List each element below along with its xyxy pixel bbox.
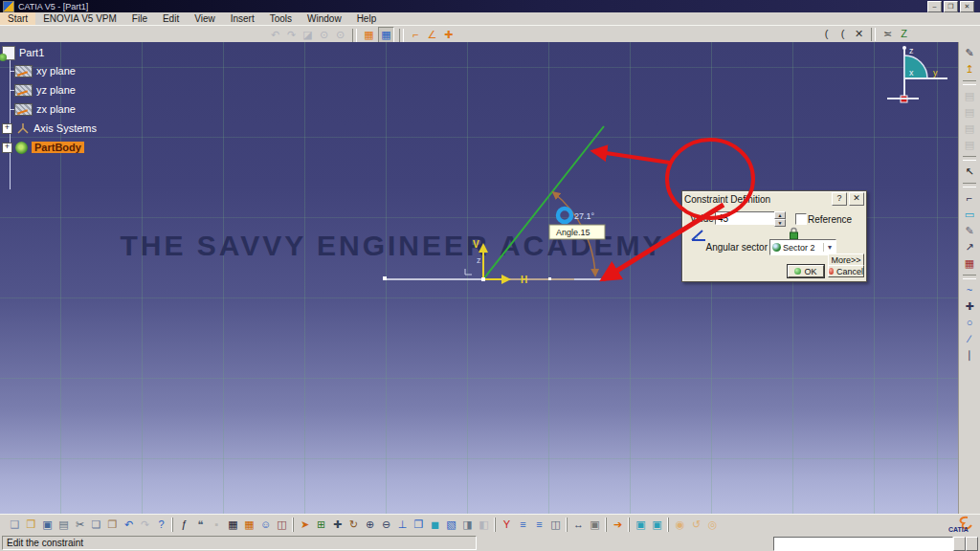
status-button-1[interactable] xyxy=(953,537,966,551)
line-endpoint[interactable] xyxy=(383,276,387,280)
cut-icon[interactable]: ✂ xyxy=(73,518,87,532)
geometric-constraint-icon[interactable]: ∠ xyxy=(425,28,439,42)
status-button-2[interactable] xyxy=(966,537,978,551)
arc-tool-2-icon[interactable]: ( xyxy=(835,27,850,41)
shaded-view-icon[interactable]: ◼ xyxy=(428,518,442,532)
spline-tool-icon[interactable]: ~ xyxy=(963,283,977,298)
transfer-arrow-icon[interactable]: ➔ xyxy=(611,518,625,532)
undo-small-icon[interactable]: ↶ xyxy=(268,28,282,42)
tree-node-axis-systems[interactable]: Axis Systems xyxy=(33,122,97,134)
zoom-in-icon[interactable]: ⊕ xyxy=(363,518,377,532)
paste-special-1-icon[interactable]: ▤ xyxy=(963,89,977,103)
macro-library-icon[interactable]: ◎ xyxy=(705,518,720,532)
spinner-up-button[interactable]: ▲ xyxy=(774,211,786,219)
paste-special-2-icon[interactable]: ▤ xyxy=(963,105,977,120)
tree-node-yz-plane[interactable]: yz plane xyxy=(36,84,76,96)
menu-item[interactable]: Insert xyxy=(223,12,262,25)
angular-sector-dropdown[interactable]: Sector 2 ▾ xyxy=(769,239,836,255)
profile-icon[interactable]: ⌐ xyxy=(963,191,977,206)
menu-item[interactable]: Window xyxy=(300,12,349,25)
relimit-tool-icon[interactable]: ↗ xyxy=(963,240,977,254)
axis-tool-icon[interactable]: ∣ xyxy=(963,348,977,363)
menu-item[interactable]: File xyxy=(124,12,155,25)
power-input-field[interactable] xyxy=(773,537,953,551)
delete-tool-icon[interactable]: ✕ xyxy=(852,27,866,41)
dimensional-constraint-icon[interactable]: ✚ xyxy=(441,28,456,42)
print-icon[interactable]: ▤ xyxy=(56,518,71,532)
exchange-cube-icon[interactable]: ▣ xyxy=(634,518,648,532)
tree-node-zx-plane[interactable]: zx plane xyxy=(36,103,76,115)
multi-view-icon[interactable]: ❒ xyxy=(412,518,426,532)
paste-special-4-icon[interactable]: ▤ xyxy=(963,138,977,152)
record-macro-icon[interactable]: ◉ xyxy=(673,518,687,532)
select-icon[interactable]: ↖ xyxy=(963,165,977,179)
dialog-title-bar[interactable]: Constraint Definition ? ✕ xyxy=(684,192,864,206)
new-document-icon[interactable]: ❑ xyxy=(8,518,22,532)
rectangle-tool-icon[interactable]: ▭ xyxy=(963,208,977,222)
play-macro-icon[interactable]: ↺ xyxy=(689,518,703,532)
normal-view-icon[interactable]: ⊥ xyxy=(395,518,410,532)
sketch-edit-icon[interactable]: ✎ xyxy=(963,46,977,60)
eraser-icon[interactable]: ◪ xyxy=(301,28,315,42)
dialog-help-button[interactable]: ? xyxy=(832,192,847,206)
compass-tool-icon[interactable]: Z xyxy=(897,27,911,41)
mdi-close-button[interactable]: ✕ xyxy=(960,1,974,12)
pattern-tool-icon[interactable]: ▦ xyxy=(963,256,977,271)
open-folder-icon[interactable]: ❒ xyxy=(24,518,38,532)
redo-icon[interactable]: ↷ xyxy=(138,518,152,532)
menu-item[interactable]: Tools xyxy=(262,12,300,25)
parameters-icon[interactable]: ☺ xyxy=(258,518,273,532)
chevron-down-icon[interactable]: ▾ xyxy=(823,243,835,252)
inertia-icon[interactable]: ▣ xyxy=(588,518,602,532)
tree-node-partbody[interactable]: PartBody xyxy=(32,142,84,153)
undo-icon[interactable]: ↶ xyxy=(122,518,136,532)
catalog-icon[interactable]: ◫ xyxy=(275,518,289,532)
mdi-restore-button[interactable]: ❐ xyxy=(944,1,958,12)
exchange-cube-2-icon[interactable]: ▣ xyxy=(650,518,664,532)
pan-icon[interactable]: ✚ xyxy=(330,518,345,532)
line-tool-icon[interactable]: ∕ xyxy=(963,332,977,346)
sketch-green-line[interactable] xyxy=(483,126,604,279)
menu-item[interactable]: ENOVIA V5 VPM xyxy=(35,12,124,25)
zoom-out-icon[interactable]: ⊖ xyxy=(379,518,393,532)
design-table-icon[interactable]: ▦ xyxy=(226,518,240,532)
mdi-minimize-button[interactable]: – xyxy=(927,1,942,12)
expander-icon[interactable]: + xyxy=(2,123,12,134)
circle-tool-icon[interactable]: ○ xyxy=(963,316,977,330)
point-tool-icon[interactable]: ✚ xyxy=(963,299,977,314)
render-style-2-icon[interactable]: ◧ xyxy=(477,518,491,532)
board-icon[interactable]: ◫ xyxy=(548,518,563,532)
formula-icon[interactable]: ƒ xyxy=(177,518,191,532)
cancel-button[interactable]: Cancel xyxy=(828,265,864,277)
line-endpoint[interactable] xyxy=(603,276,607,280)
fly-mode-icon[interactable]: ➤ xyxy=(298,518,312,532)
menu-item[interactable]: Edit xyxy=(155,12,187,25)
constraint-marker-ring[interactable] xyxy=(558,209,571,222)
tree-list-2-icon[interactable]: ≡ xyxy=(532,518,546,532)
redo-small-icon[interactable]: ↷ xyxy=(284,28,299,42)
line-midpoint[interactable] xyxy=(548,277,551,280)
ruler-icon[interactable]: ↔ xyxy=(571,518,586,532)
grid-icon[interactable]: ▦ xyxy=(378,27,394,43)
menu-item[interactable]: Start xyxy=(0,12,35,25)
dialog-close-button[interactable]: ✕ xyxy=(849,192,864,206)
knowledge-small-icon[interactable]: ▪ xyxy=(210,518,224,532)
ok-button[interactable]: OK xyxy=(788,265,824,277)
paste-icon[interactable]: ❐ xyxy=(105,518,120,532)
wireframe-view-icon[interactable]: ▧ xyxy=(444,518,458,532)
render-style-icon[interactable]: ◨ xyxy=(460,518,475,532)
fit-all-in-icon[interactable]: ⊞ xyxy=(314,518,328,532)
tree-node-part1[interactable]: Part1 xyxy=(19,47,44,58)
table-orange-icon[interactable]: ▦ xyxy=(242,518,256,532)
comment-icon[interactable]: ❝ xyxy=(193,518,208,532)
save-icon[interactable]: ▣ xyxy=(40,518,55,532)
copy-icon[interactable]: ❏ xyxy=(89,518,103,532)
rotate-icon[interactable]: ↻ xyxy=(346,518,361,532)
exit-workbench-icon[interactable]: ↥ xyxy=(963,62,977,77)
construction-element-icon[interactable]: ⌐ xyxy=(409,28,423,42)
datum-icon[interactable]: Y xyxy=(500,518,514,532)
arc-tool-icon[interactable]: ( xyxy=(819,27,834,41)
menu-item[interactable]: Help xyxy=(349,12,385,25)
help-icon[interactable]: ? xyxy=(154,518,168,532)
spinner-down-button[interactable]: ▼ xyxy=(774,219,786,227)
